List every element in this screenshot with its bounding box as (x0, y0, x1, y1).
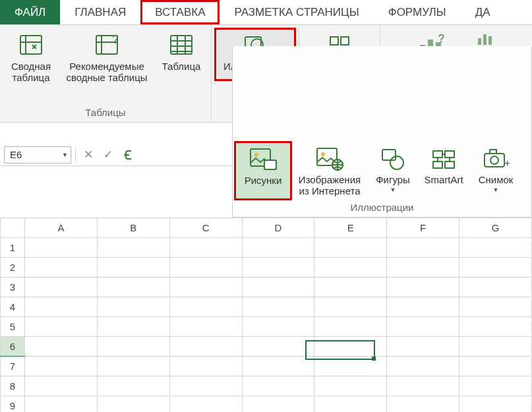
cell[interactable] (387, 258, 459, 278)
cell[interactable] (314, 317, 387, 337)
cell[interactable] (242, 376, 314, 396)
cell[interactable] (169, 238, 242, 258)
cell[interactable] (24, 376, 97, 396)
column-header[interactable]: F (387, 218, 459, 238)
pictures-button[interactable]: Рисунки (235, 142, 291, 200)
cell[interactable] (314, 278, 387, 297)
cell[interactable] (24, 396, 97, 413)
cell[interactable] (314, 396, 387, 413)
cell[interactable] (169, 297, 242, 317)
cell[interactable] (459, 317, 532, 337)
cell[interactable] (459, 278, 532, 297)
row-header[interactable]: 5 (1, 317, 25, 337)
cell[interactable] (97, 297, 169, 317)
online-pictures-button[interactable]: Изображенияиз Интернета (291, 142, 369, 200)
screenshot-button[interactable]: + Снимок ▼ (470, 142, 521, 200)
cell[interactable] (459, 357, 532, 376)
column-header[interactable]: B (97, 218, 169, 238)
cell[interactable] (387, 297, 459, 317)
cell[interactable] (97, 317, 169, 337)
pivot-table-button[interactable]: Своднаятаблица (4, 29, 58, 85)
cell[interactable] (387, 238, 459, 258)
cancel-button[interactable]: ✕ (80, 146, 97, 163)
cell[interactable] (24, 278, 97, 297)
cell[interactable] (24, 337, 97, 357)
cell[interactable] (387, 376, 459, 396)
column-header[interactable]: C (169, 218, 242, 238)
cell[interactable] (314, 337, 387, 357)
cell[interactable] (387, 337, 459, 357)
cell[interactable] (459, 337, 532, 357)
tab-data[interactable]: ДА (461, 0, 493, 24)
tab-file[interactable]: ФАЙЛ (0, 0, 60, 24)
cell[interactable] (314, 357, 387, 376)
column-header[interactable]: G (459, 218, 532, 238)
cell[interactable] (242, 317, 314, 337)
select-all-corner[interactable] (1, 218, 25, 238)
cell[interactable] (242, 258, 314, 278)
cell[interactable] (242, 337, 314, 357)
cell[interactable] (97, 258, 169, 278)
chevron-down-icon[interactable]: ▼ (62, 152, 68, 158)
cell[interactable] (314, 376, 387, 396)
tab-home[interactable]: ГЛАВНАЯ (60, 0, 140, 24)
cell[interactable] (387, 357, 459, 376)
row-header[interactable]: 4 (1, 297, 25, 317)
cell[interactable] (169, 258, 242, 278)
cell[interactable] (24, 258, 97, 278)
smartart-button[interactable]: SmartArt (417, 142, 470, 200)
shapes-button[interactable]: Фигуры ▼ (369, 142, 417, 200)
cell[interactable] (459, 376, 532, 396)
table-button[interactable]: Таблица (156, 29, 207, 73)
cell[interactable] (97, 396, 169, 413)
cell[interactable] (169, 278, 242, 297)
cell[interactable] (387, 317, 459, 337)
cell[interactable] (24, 357, 97, 376)
cell[interactable] (169, 396, 242, 413)
cell[interactable] (242, 297, 314, 317)
cell[interactable] (242, 357, 314, 376)
cell[interactable] (242, 396, 314, 413)
cell[interactable] (314, 297, 387, 317)
column-header[interactable]: D (242, 218, 314, 238)
cell[interactable] (169, 376, 242, 396)
cell[interactable] (242, 238, 314, 258)
cell[interactable] (24, 238, 97, 258)
row-header[interactable]: 7 (1, 357, 25, 376)
row-header[interactable]: 9 (1, 396, 25, 413)
cell[interactable] (169, 317, 242, 337)
cell[interactable] (242, 278, 314, 297)
cell[interactable] (97, 278, 169, 297)
row-header[interactable]: 3 (1, 278, 25, 297)
cell[interactable] (97, 357, 169, 376)
cell[interactable] (24, 317, 97, 337)
insert-function-button[interactable] (119, 146, 136, 163)
column-header[interactable]: A (24, 218, 97, 238)
cell[interactable] (169, 357, 242, 376)
cell[interactable] (387, 396, 459, 413)
recommended-pivot-button[interactable]: ? Рекомендуемыесводные таблицы (58, 29, 156, 85)
cell[interactable] (314, 258, 387, 278)
enter-button[interactable]: ✓ (100, 146, 117, 163)
cell[interactable] (97, 337, 169, 357)
cell[interactable] (459, 238, 532, 258)
row-header[interactable]: 2 (1, 258, 25, 278)
row-header[interactable]: 1 (1, 238, 25, 258)
cell[interactable] (314, 238, 387, 258)
cell[interactable] (97, 238, 169, 258)
row-header[interactable]: 8 (1, 376, 25, 396)
column-header[interactable]: E (314, 218, 387, 238)
cell[interactable] (24, 297, 97, 317)
cell[interactable] (169, 337, 242, 357)
name-box[interactable]: E6 ▼ (4, 146, 71, 163)
tab-insert[interactable]: ВСТАВКА (140, 0, 220, 24)
row-header[interactable]: 6 (1, 337, 25, 357)
cell[interactable] (387, 278, 459, 297)
cell[interactable] (459, 396, 532, 413)
cell[interactable] (459, 258, 532, 278)
tab-page-layout[interactable]: РАЗМЕТКА СТРАНИЦЫ (220, 0, 373, 24)
cell[interactable] (459, 297, 532, 317)
tab-formulas[interactable]: ФОРМУЛЫ (374, 0, 461, 24)
spreadsheet-grid[interactable]: A B C D E F G 123456789 (0, 218, 532, 412)
cell[interactable] (97, 376, 169, 396)
